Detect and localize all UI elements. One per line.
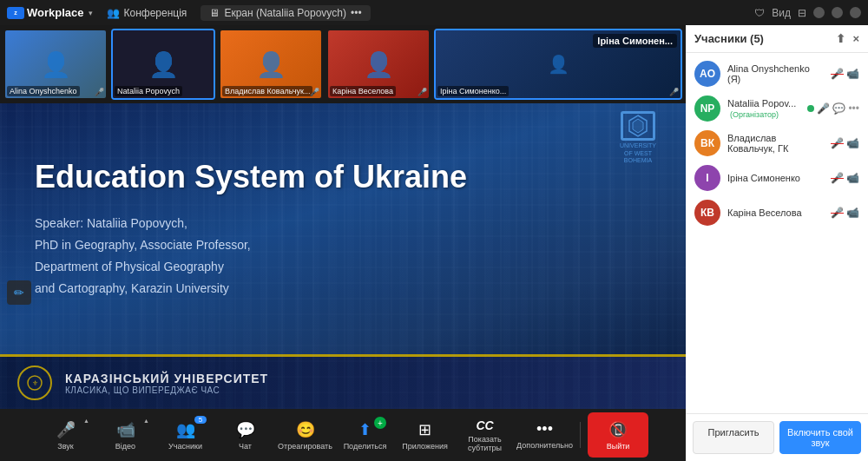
view-label[interactable]: Вид [772,7,791,19]
toolbar-separator [580,422,581,448]
participant-mic-icon-2[interactable]: 🎤 [817,102,830,115]
shield-icon: 🛡 [754,7,765,19]
participant-name-2: Nataliia Popov... (Організатор) [727,98,800,119]
mic-muted-icon-3: 🎤 [310,88,319,96]
subtitles-icon: CC [476,418,493,432]
participant-avatar-5: КВ [694,200,720,226]
unmute-button[interactable]: Включить свой звук [779,421,861,454]
panel-header-actions: ⬆ × [836,32,859,45]
participant-mic-icon-1[interactable]: 🎤 [831,68,844,80]
video-area: 👤 Alina Onyshchenko 🎤 👤 Nataliia Popovyc… [0,25,686,461]
subtitles-label: Показать субтитры [457,435,513,452]
participant-actions-4: 🎤 📹 [831,172,859,184]
panel-close-icon[interactable]: × [852,32,859,45]
participant-actions-2: 🎤 💬 ••• [807,102,859,115]
chat-label: Чат [239,442,252,451]
conference-icon: 👥 [107,7,120,19]
conference-menu[interactable]: 👥 Конференція [107,7,187,19]
participant-mic-icon-5[interactable]: 🎤 [831,207,844,219]
video-button[interactable]: ▲ 📹 Відео [97,412,154,458]
slide-speaker: Speaker: Nataliia Popovych, PhD in Geogr… [35,213,651,300]
participant-more-icon-2[interactable]: ••• [848,102,859,115]
participants-button[interactable]: 5 👥 Учасники [157,412,214,458]
share-add-icon: + [374,417,386,429]
subtitles-button[interactable]: CC Показать субтитры [457,412,513,458]
speaker-line-2: PhD in Geography, Associate Professor, [35,234,651,256]
chevron-down-icon[interactable]: ▾ [89,9,93,17]
participant-name-4: Іріна Симоненко [727,173,824,183]
window-controls: 🛡 Вид ⊟ [754,7,861,19]
participants-panel: Учасники (5) ⬆ × AO Alina Onyshchenko (Я… [686,25,868,461]
participant-thumb-1[interactable]: 👤 Alina Onyshchenko 🎤 [3,29,108,100]
participant-thumb-3[interactable]: 👤 Владислав Ковальчук... 🎤 [219,29,323,100]
more-label: Дополнительно [516,441,573,450]
participant-thumb-4[interactable]: 👤 Каріна Веселова 🎤 [326,29,431,100]
video-chevron-icon[interactable]: ▲ [143,418,149,424]
participant-thumb-5[interactable]: 👤 Іріна Симоненко... 🎤 Іріна Симонен... [434,29,682,100]
more-icon: ••• [536,420,553,438]
conference-label: Конференція [124,7,187,19]
share-icon: ⬆ [358,420,372,439]
apps-button[interactable]: ⊞ Приложения [397,412,453,458]
participant-actions-1: 🎤 📹 [831,68,859,80]
react-icon: 😊 [296,420,315,439]
top-bar: z Workplace ▾ 👥 Конференція 🖥 Екран (Nat… [0,0,868,25]
workplace-label: Workplace [27,6,84,19]
more-button[interactable]: ••• Дополнительно [516,412,573,458]
thumb-name-3: Владислав Ковальчук... [222,86,312,96]
participant-strip: 👤 Alina Onyshchenko 🎤 👤 Nataliia Popovyc… [0,25,686,103]
participant-video-icon-3[interactable]: 📹 [846,137,859,149]
panel-footer: Пригласить Включить свой звук [686,413,868,461]
participant-row-1[interactable]: AO Alina Onyshchenko (Я) 🎤 📹 [686,56,868,91]
participant-avatar-1: AO [694,61,720,87]
participant-name-3: Владислав Ковальчук, ГК [727,133,824,154]
participant-video-icon-4[interactable]: 📹 [846,172,859,184]
panel-share-icon[interactable]: ⬆ [836,32,845,45]
annotation-button[interactable]: ✏ [7,280,31,305]
audio-button[interactable]: ▲ 🎤 Звук [37,412,94,458]
participant-avatar-4: І [694,165,720,191]
audio-chevron-icon[interactable]: ▲ [83,418,89,424]
participant-row-3[interactable]: ВК Владислав Ковальчук, ГК 🎤 📹 [686,126,868,161]
participants-label: Учасники [168,442,202,451]
participant-mic-icon-3[interactable]: 🎤 [831,137,844,149]
chat-button[interactable]: 💬 Чат [217,412,273,458]
slide-content: Education System of Ukraine Speaker: Nat… [0,103,686,354]
participant-row-2[interactable]: NP Nataliia Popov... (Організатор) 🎤 💬 •… [686,91,868,126]
apps-label: Приложения [402,442,448,451]
mic-muted-icon-1: 🎤 [95,88,104,96]
participant-video-icon-5[interactable]: 📹 [846,207,859,219]
end-button[interactable]: 📵 Выйти [588,412,648,458]
presentation-slide: UNIVERSITY OF WEST BOHEMIA Education Sys… [0,103,686,409]
screen-share-label: Екран (Nataliia Popovych) [224,7,346,19]
participant-actions-5: 🎤 📹 [831,207,859,219]
share-label: Поделиться [344,442,387,451]
screen-icon: 🖥 [209,7,220,19]
participant-name-5: Каріна Веселова [727,207,824,218]
participant-chat-icon-2[interactable]: 💬 [832,102,845,115]
participant-mic-icon-4[interactable]: 🎤 [831,172,844,184]
close-button[interactable] [850,7,861,18]
maximize-button[interactable] [832,7,843,18]
end-label: Выйти [607,442,630,451]
view-toggle-icon[interactable]: ⊟ [798,7,806,19]
thumb-name-2: Nataliia Popovych [115,86,182,96]
participant-video-icon-1[interactable]: 📹 [846,68,859,80]
speaker-line-4: and Cartography, Karazin University [35,278,651,300]
minimize-button[interactable] [813,7,825,18]
end-icon: 📵 [608,420,628,439]
panel-title: Учасники (5) [694,32,764,45]
screen-share-more-icon[interactable]: ••• [351,7,362,19]
participant-row-5[interactable]: КВ Каріна Веселова 🎤 📹 [686,195,868,230]
participant-thumb-2[interactable]: 👤 Nataliia Popovych [111,29,215,100]
apps-icon: ⊞ [418,420,431,439]
share-button[interactable]: + ⬆ Поделиться [337,412,393,458]
speaker-line-3: Department of Physical Geography [35,256,651,278]
video-icon: 📹 [116,420,135,439]
participant-row-4[interactable]: І Іріна Симоненко 🎤 📹 [686,161,868,195]
screen-share-tab[interactable]: 🖥 Екран (Nataliia Popovych) ••• [201,5,370,21]
react-button[interactable]: 😊 Отреагировать [277,412,333,458]
invite-button[interactable]: Пригласить [693,421,774,454]
thumb-name-5: Іріна Симоненко... [437,86,509,96]
participant-list: AO Alina Onyshchenko (Я) 🎤 📹 NP Nataliia… [686,53,868,413]
